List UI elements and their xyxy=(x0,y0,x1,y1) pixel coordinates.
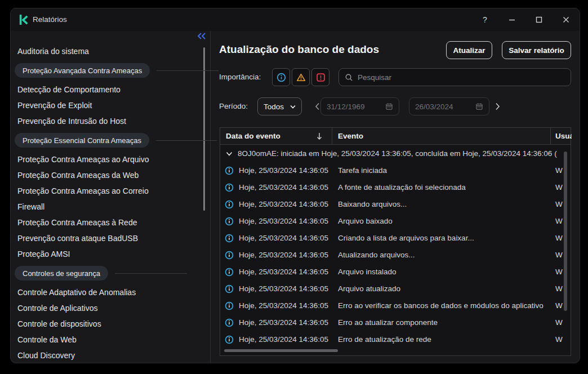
task-group-summary: 8OJ0omAE: iniciada em Hoje, 25/03/2024 1… xyxy=(238,145,563,162)
table-row[interactable]: Hoje, 25/03/2024 14:36:05 Arquivo baixad… xyxy=(220,213,571,230)
table-row[interactable]: Hoje, 25/03/2024 14:36:05 Erro ao atuali… xyxy=(220,314,571,331)
event-date: Hoje, 25/03/2024 14:36:05 xyxy=(239,264,328,280)
sidebar-item-badusb[interactable]: Prevenção contra ataque BadUSB xyxy=(11,230,202,246)
event-text: Tarefa iniciada xyxy=(338,162,387,179)
sidebar-scrollbar[interactable] xyxy=(203,47,205,211)
event-date: Hoje, 25/03/2024 14:36:05 xyxy=(239,162,328,179)
date-from-field[interactable]: 31/12/1969 xyxy=(320,97,399,115)
sidebar-item-label: Auditoria do sistema xyxy=(17,47,89,56)
sidebar-item-label: Controle de Aplicativos xyxy=(17,304,97,313)
sidebar-item-controle-web[interactable]: Controle da Web xyxy=(11,332,202,348)
info-icon xyxy=(225,183,234,192)
sidebar-item-controle-aplicativos[interactable]: Controle de Aplicativos xyxy=(11,300,202,316)
event-date: Hoje, 25/03/2024 14:36:05 xyxy=(239,331,328,348)
event-user: W xyxy=(555,230,563,247)
sidebar-item-auditoria[interactable]: Auditoria do sistema xyxy=(11,43,202,59)
event-user: W xyxy=(555,179,563,196)
table-row[interactable]: Hoje, 25/03/2024 14:36:05 A fonte de atu… xyxy=(220,179,571,196)
sidebar-item-protecao-rede[interactable]: Proteção Contra Ameaças à Rede xyxy=(11,215,202,230)
event-text: Criando a lista de arquivos para baixar.… xyxy=(338,230,474,247)
importance-critical-button[interactable] xyxy=(311,68,329,86)
sidebar-item-deteccao-comportamento[interactable]: Detecção de Comportamento xyxy=(11,82,202,97)
sidebar: Auditoria do sistema Proteção Avançada C… xyxy=(11,43,202,363)
sidebar-item-label: Controle da Web xyxy=(17,335,77,344)
sidebar-item-label: Proteção AMSI xyxy=(17,250,70,259)
sidebar-item-controle-anomalias[interactable]: Controle Adaptativo de Anomalias xyxy=(11,284,202,300)
period-dropdown[interactable]: Todos xyxy=(257,97,302,115)
sidebar-item-prevencao-exploit[interactable]: Prevenção de Exploit xyxy=(11,97,202,113)
table-row[interactable]: Hoje, 25/03/2024 14:36:05 Arquivo atuali… xyxy=(220,280,571,297)
importance-info-button[interactable] xyxy=(272,68,290,86)
info-icon xyxy=(225,251,234,260)
help-button[interactable]: ? xyxy=(477,12,493,28)
task-group-row[interactable]: 8OJ0omAE: iniciada em Hoje, 25/03/2024 1… xyxy=(220,145,571,162)
save-report-button[interactable]: Salvar relatório xyxy=(502,41,571,59)
critical-icon xyxy=(316,73,326,82)
table-row[interactable]: Hoje, 25/03/2024 14:36:05 Erro de atuali… xyxy=(220,331,571,348)
calendar-icon xyxy=(475,103,483,110)
sidebar-item-protecao-correio[interactable]: Proteção Contra Ameaças ao Correio xyxy=(11,183,202,199)
info-icon xyxy=(225,335,234,344)
event-text: Erro de atualização de rede xyxy=(338,331,431,348)
table-row[interactable]: Hoje, 25/03/2024 14:36:05 Arquivo instal… xyxy=(220,264,571,280)
period-next-icon[interactable] xyxy=(493,97,502,115)
search-input[interactable] xyxy=(358,73,565,82)
event-user: W xyxy=(555,331,563,348)
sidebar-collapse-icon[interactable] xyxy=(196,31,207,41)
column-header-date[interactable]: Data do evento xyxy=(226,128,316,145)
event-date: Hoje, 25/03/2024 14:36:05 xyxy=(239,314,328,331)
section-badge: Proteção Essencial Contra Ameaças xyxy=(15,133,149,148)
sidebar-item-label: Proteção Contra Ameaças da Web xyxy=(17,171,139,180)
event-text: Arquivo baixado xyxy=(338,213,393,230)
date-from-value: 31/12/1969 xyxy=(327,103,365,111)
importance-warning-button[interactable] xyxy=(292,68,310,86)
event-user: W xyxy=(555,213,563,230)
info-icon xyxy=(277,73,286,82)
close-button[interactable] xyxy=(558,12,574,28)
sidebar-item-amsi[interactable]: Proteção AMSI xyxy=(11,246,202,262)
sidebar-item-label: Cloud Discovery xyxy=(17,351,75,360)
section-divider xyxy=(156,140,217,141)
sidebar-item-protecao-web[interactable]: Proteção Contra Ameaças da Web xyxy=(11,167,202,183)
app-window: Relatórios ? Auditoria do sistema Proteç… xyxy=(10,8,580,363)
date-to-field[interactable]: 26/03/2024 xyxy=(409,97,489,115)
column-divider xyxy=(332,128,332,145)
event-text: Baixando arquivos... xyxy=(338,196,407,213)
table-row[interactable]: Hoje, 25/03/2024 14:36:05 Criando a list… xyxy=(220,230,571,247)
sidebar-item-cloud-discovery[interactable]: Cloud Discovery xyxy=(11,348,202,363)
table-row[interactable]: Hoje, 25/03/2024 14:36:05 Tarefa iniciad… xyxy=(220,162,571,179)
sidebar-item-firewall[interactable]: Firewall xyxy=(11,199,202,215)
table-vertical-scrollbar[interactable] xyxy=(564,152,567,311)
sidebar-item-protecao-arquivo[interactable]: Proteção Contra Ameaças ao Arquivo xyxy=(11,152,202,167)
refresh-button[interactable]: Atualizar xyxy=(446,41,492,59)
section-divider xyxy=(115,273,187,274)
sidebar-divider xyxy=(210,31,211,363)
sidebar-item-controle-dispositivos[interactable]: Controle de dispositivos xyxy=(11,316,202,332)
event-text: Arquivo atualizado xyxy=(338,280,400,297)
window-title: Relatórios xyxy=(33,15,67,24)
sort-descending-icon[interactable] xyxy=(316,132,323,140)
table-row[interactable]: Hoje, 25/03/2024 14:36:05 Baixando arqui… xyxy=(220,196,571,213)
event-text: Erro ao verificar os bancos de dados e m… xyxy=(338,297,544,314)
calendar-icon xyxy=(385,103,393,110)
event-date: Hoje, 25/03/2024 14:36:05 xyxy=(239,179,328,196)
minimize-button[interactable] xyxy=(504,12,520,28)
importance-label: Importância: xyxy=(219,68,261,86)
event-date: Hoje, 25/03/2024 14:36:05 xyxy=(239,196,328,213)
info-icon xyxy=(225,301,234,310)
event-date: Hoje, 25/03/2024 14:36:05 xyxy=(239,213,328,230)
sidebar-item-label: Proteção Contra Ameaças à Rede xyxy=(17,218,137,227)
table-row[interactable]: Hoje, 25/03/2024 14:36:05 Erro ao verifi… xyxy=(220,297,571,314)
column-header-user[interactable]: Usuário xyxy=(555,128,572,145)
column-header-event[interactable]: Evento xyxy=(338,128,541,145)
sidebar-item-prevencao-intrusao[interactable]: Prevenção de Intrusão do Host xyxy=(11,113,202,129)
table-row[interactable]: Hoje, 25/03/2024 14:36:05 Atualizando ar… xyxy=(220,247,571,264)
period-label: Período: xyxy=(219,97,248,115)
sidebar-section-controles-seguranca: Controles de segurança xyxy=(11,262,202,284)
page-title: Atualização do banco de dados xyxy=(219,43,379,56)
maximize-button[interactable] xyxy=(531,12,547,28)
period-value: Todos xyxy=(264,103,284,111)
table-horizontal-scrollbar[interactable] xyxy=(224,349,338,352)
info-icon xyxy=(225,200,234,209)
sidebar-section-protecao-avancada: Proteção Avançada Contra Ameaças xyxy=(11,59,202,82)
